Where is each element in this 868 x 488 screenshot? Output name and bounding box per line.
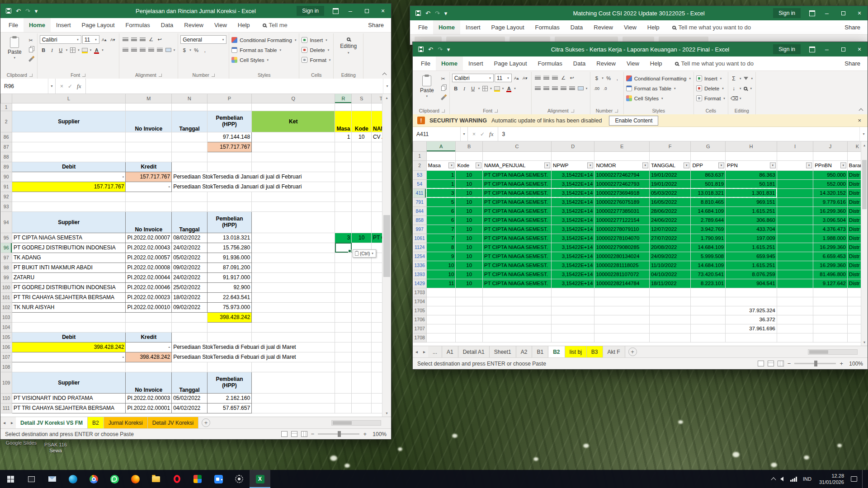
cell-L1[interactable] [12,103,125,111]
zoom-out-icon[interactable]: − [788,360,791,367]
cell-H2[interactable]: PPN [726,160,777,170]
cell-P87[interactable]: 157.717.767 [207,142,251,152]
cell-Q102[interactable] [252,302,335,312]
cell-J411[interactable]: 14.320.152 [813,188,848,197]
cell-I1703[interactable] [777,288,813,297]
ribbon-tab-page-layout[interactable]: Page Layout [486,20,530,34]
cell-S100[interactable] [352,282,371,292]
zoom-slider[interactable] [318,433,359,435]
cell-N98[interactable]: 09/02/2022 [172,263,208,272]
cell-P89[interactable] [207,162,251,172]
cell-B1336[interactable]: 10 [456,261,483,270]
redo-icon[interactable]: ↷ [435,10,440,16]
row-header-91[interactable]: 91 [1,182,12,192]
language-indicator[interactable]: IND [802,476,812,482]
cell-F1704[interactable] [649,297,691,306]
cell-H1393[interactable]: 8.076.259 [726,270,777,279]
cell-B411[interactable]: 10 [456,188,483,197]
cell-L95[interactable]: PT CIPTA NIAGA SEMESTA [12,233,125,243]
cell-R111[interactable] [335,403,352,413]
insert-cells-button[interactable]: Insert▾ [696,74,726,83]
cell-J53[interactable]: 950.000 [813,170,848,179]
insert-function-icon[interactable]: fx [489,131,493,138]
cell-J844[interactable]: 16.299.360 [813,206,848,216]
cell-B54[interactable]: 10 [456,179,483,188]
firefox-taskbar-icon[interactable] [125,470,146,488]
cell-Q104[interactable] [252,322,335,332]
decrease-font-size-icon[interactable]: A▾ [109,36,117,43]
cell-B1[interactable] [456,151,483,160]
align-bottom-icon[interactable] [139,36,146,43]
cell-D1393[interactable]: 3,15422E+14 [551,270,594,279]
select-all-corner[interactable] [1,94,12,103]
row-header-858[interactable]: 858 [413,216,427,225]
cell-N97[interactable]: 05/02/2022 [172,253,208,263]
cell-D54[interactable]: 3,15422E+14 [551,179,594,188]
font-name-select[interactable]: Calibri▾ [452,74,494,82]
column-header-B[interactable]: B [456,141,483,151]
ribbon-tab-insert[interactable]: Insert [460,20,486,34]
fill-color-icon[interactable] [81,46,89,54]
cell-I1707[interactable] [777,324,813,333]
cell-L94[interactable]: Supplier [12,211,125,233]
sheet-tab-a2[interactable]: A2 [516,346,533,357]
cell-A53[interactable]: 1 [426,170,456,179]
cell-Q86[interactable] [252,132,335,142]
undo-icon[interactable]: ↶ [425,10,430,16]
cell-F1706[interactable] [649,315,691,324]
align-center-icon[interactable] [130,46,138,54]
cell-B1705[interactable] [456,306,483,315]
row-header-95[interactable]: 95 [1,233,12,243]
cell-E1704[interactable] [594,297,650,306]
horizontal-scrollbar[interactable] [331,420,381,426]
cell-I54[interactable] [777,179,813,188]
cell-N89[interactable] [172,162,208,172]
cell-E791[interactable]: 100002276075189 [594,197,650,206]
format-cells-button[interactable]: Format▾ [696,94,726,103]
cell-P108[interactable] [207,362,251,372]
cell-E1708[interactable] [594,333,650,342]
cell-H1706[interactable]: 36.372 [726,315,777,324]
cell-F844[interactable]: 28/06/2022 [649,206,691,216]
cell-B1124[interactable]: 10 [456,243,483,252]
cell-M105[interactable]: Kredit [126,332,172,342]
cell-R90[interactable] [335,172,352,182]
align-left-icon[interactable] [122,46,129,54]
cell-N96[interactable]: 24/02/2022 [172,243,208,253]
show-desktop-button[interactable] [862,470,864,488]
opera-taskbar-icon[interactable] [166,470,187,488]
cell-F1[interactable] [649,151,691,160]
cell-C1393[interactable]: PT CIPTA NIAGA SEMEST. [483,270,552,279]
redo-icon[interactable]: ↷ [25,8,30,14]
cell-L89[interactable]: Debit [12,162,125,172]
cell-I997[interactable] [777,225,813,234]
row-header-1429[interactable]: 1429 [413,279,427,288]
cell-S86[interactable]: 10 [352,132,371,142]
row-header-997[interactable]: 997 [413,225,427,234]
format-cells-button[interactable]: Format▾ [302,55,331,65]
cell-A858[interactable]: 6 [426,216,456,225]
row-header-1124[interactable]: 1124 [413,243,427,252]
column-header-D[interactable]: D [551,141,594,151]
cell-S98[interactable] [352,263,371,272]
ribbon-tab-formulas[interactable]: Formulas [120,18,156,32]
cell-F54[interactable]: 19/01/2022 [649,179,691,188]
cell-P1[interactable] [207,103,251,111]
cell-P97[interactable]: 91.936.000 [207,253,251,263]
ribbon-tab-insert[interactable]: Insert [463,56,489,70]
cell-S107[interactable] [352,352,371,362]
scrollbar-track[interactable] [382,101,391,409]
cell-L87[interactable] [12,142,125,152]
cell-E53[interactable]: 100002272462794 [594,170,650,179]
cell-N102[interactable]: 09/02/2022 [172,302,208,312]
cell-L86[interactable] [12,132,125,142]
cell-L111[interactable]: PT TRI CAHAYA SEJAHTERA BERSAMA [12,403,125,413]
close-button[interactable]: × [851,6,868,20]
column-header-M[interactable]: M [126,94,172,103]
sheet-nav-right-icon[interactable]: ▸ [8,420,16,425]
cell-N108[interactable] [172,362,208,372]
borders-icon[interactable] [69,46,76,54]
cell-H858[interactable]: 306.860 [726,216,777,225]
ribbon-tab-data[interactable]: Data [568,56,591,70]
comma-style-icon[interactable]: , [201,46,209,54]
